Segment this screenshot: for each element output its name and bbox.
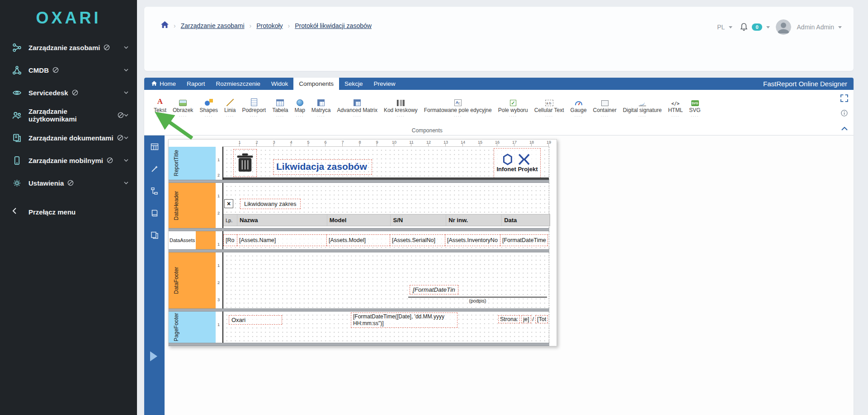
table-header-cell[interactable]: Nr inw. [446, 214, 502, 226]
shapes-icon [205, 99, 213, 106]
data-field-cell[interactable]: [Assets.InventoryNo [445, 234, 500, 246]
style-wizard-panel-icon[interactable] [151, 165, 159, 175]
sidebar-item-ustawienia[interactable]: Ustawienia [0, 172, 137, 194]
breadcrumb-current[interactable]: Protokół likwidacji zasobów [295, 22, 372, 29]
component-formatowane-pole[interactable]: Formatowane pole edycyjne ···· [421, 97, 495, 118]
bell-icon[interactable] [740, 23, 748, 31]
component-linia[interactable]: Linia ···· [221, 97, 239, 118]
tab-sekcje[interactable]: Sekcje [339, 78, 368, 90]
table-header-cell[interactable]: Data [502, 214, 550, 226]
footer-datetime-object[interactable]: [FormatDateTime([Date], 'dd.MM.yyyy HH:m… [351, 312, 458, 328]
broken-image-placeholder-icon[interactable] [224, 199, 233, 208]
data-field-cell[interactable]: [Assets.SerialNo] [390, 234, 445, 246]
richtext-icon [454, 99, 462, 106]
table-header-row[interactable]: Lp. Nazwa Model S/N Nr inw. Data [223, 214, 550, 226]
component-tabela[interactable]: Tabela ···· [269, 97, 291, 118]
component-cellular-text[interactable]: Cellular Text ···· [531, 97, 567, 118]
language-selector[interactable]: PL [717, 23, 725, 31]
page-number-field[interactable]: je] [521, 315, 531, 323]
chevron-down-icon [124, 91, 128, 94]
page-number-label[interactable]: Strona: [498, 315, 520, 323]
report-grid-panel-icon[interactable] [151, 143, 159, 153]
signature-caption[interactable]: (podpis) [408, 298, 547, 303]
band-separator[interactable] [169, 343, 549, 346]
tab-preview[interactable]: Preview [368, 78, 401, 90]
dictionary-panel-icon[interactable] [151, 209, 159, 219]
language-caret-icon[interactable] [729, 26, 732, 28]
signature-line-object[interactable] [408, 297, 547, 298]
pages-panel-icon[interactable] [151, 231, 159, 241]
component-shapes[interactable]: Shapes ···· [196, 97, 221, 118]
data-field-cell[interactable]: [Ro [223, 234, 237, 246]
date-field-object[interactable]: [FormatDateTin [410, 285, 458, 294]
report-title-text-object[interactable]: Likwidacja zasobów [273, 159, 372, 175]
band-label-page-footer[interactable]: PageFooter [169, 312, 216, 343]
component-gauge[interactable]: Gauge ···· [567, 97, 590, 118]
tab-home[interactable]: Home [146, 78, 181, 90]
breadcrumb-link-zasoby[interactable]: Zarządzanie zasobami [181, 22, 245, 29]
sidebar-item-zarzadzanie-mobilnymi[interactable]: Zarządzanie mobilnymi [0, 149, 137, 172]
band-label-report-title[interactable]: ReportTitle [169, 147, 216, 180]
component-matryca[interactable]: Matryca ···· [308, 97, 334, 118]
sidebar-item-zarzadzanie-dokumentami[interactable]: Zarządzanie dokumentami [0, 126, 137, 149]
title-divider-line-object[interactable] [223, 177, 549, 180]
tab-widok[interactable]: Widok [266, 78, 294, 90]
avatar[interactable] [776, 19, 791, 35]
component-advanced-matrix[interactable]: Advanced Matrix ···· [334, 97, 381, 118]
table-header-cell[interactable]: Nazwa [237, 214, 327, 226]
tab-raport[interactable]: Raport [181, 78, 211, 90]
breadcrumb-link-protokoly[interactable]: Protokoły [256, 22, 283, 29]
component-svg[interactable]: SVG ···· [686, 97, 703, 118]
sidebar-item-zarzadzanie-uzytkownikami[interactable]: Zarządzanie użytkownikami [0, 104, 137, 126]
notification-caret-icon[interactable] [766, 26, 770, 28]
fastreport-designer: Home Raport Rozmieszczenie Widok Compone… [144, 78, 854, 415]
band-separator[interactable] [169, 308, 549, 312]
total-pages-field[interactable]: [Tot [535, 315, 548, 323]
component-map[interactable]: Map ···· [292, 97, 308, 118]
table-header-cell[interactable]: S/N [391, 214, 446, 226]
band-label-data-footer[interactable]: DataFooter [169, 252, 216, 308]
table-header-cell[interactable]: Model [327, 214, 391, 226]
fullscreen-icon[interactable] [840, 94, 848, 104]
breadcrumb-separator: › [288, 22, 290, 29]
component-pole-wyboru[interactable]: Pole wyboru ···· [495, 97, 531, 118]
section-label-object[interactable]: Likwidowany zakres [240, 199, 301, 209]
license-badge-icon [117, 135, 123, 141]
data-field-cell[interactable]: [Assets.Model] [326, 234, 390, 246]
designer-title: FastReport Online Designer [763, 78, 854, 90]
trash-image-object[interactable] [233, 149, 257, 177]
component-html[interactable]: HTML ···· [665, 97, 686, 118]
band-separator[interactable] [169, 228, 549, 231]
user-name[interactable]: Admin Admin [797, 23, 834, 31]
home-icon[interactable] [161, 21, 169, 30]
component-kod-kreskowy[interactable]: Kod kreskowy ···· [381, 97, 421, 118]
band-label-data-assets[interactable]: DataAssets [169, 231, 216, 249]
footer-company-text-object[interactable]: Oxari [229, 315, 282, 325]
data-field-cell[interactable]: [FormatDateTime [500, 234, 548, 246]
tab-components[interactable]: Components [293, 78, 339, 90]
band-separator[interactable] [169, 180, 549, 183]
component-container[interactable]: Container ···· [590, 97, 620, 118]
component-obrazek[interactable]: Obrazek ···· [170, 97, 196, 118]
sidebar-item-servicedesk[interactable]: Servicedesk [0, 81, 137, 104]
band-label-data-header[interactable]: DataHeader [169, 183, 216, 228]
user-menu-caret-icon[interactable] [838, 26, 842, 28]
component-tekst[interactable]: Tekst ···· [151, 97, 170, 118]
tab-rozmieszczenie[interactable]: Rozmieszczenie [211, 78, 266, 90]
sidebar-item-label: Zarządzanie zasobami [28, 44, 100, 51]
data-field-cell[interactable]: [Assets.Name] [237, 234, 327, 246]
info-icon[interactable] [841, 110, 848, 118]
company-logo-object[interactable]: Infonet Projekt [494, 148, 541, 178]
sidebar-toggle-menu[interactable]: Przełącz menu [0, 201, 137, 223]
table-header-cell[interactable]: Lp. [223, 214, 237, 226]
designer-workspace: 1 2 3 4 5 6 7 8 9 10 11 12 13 [144, 135, 854, 415]
notification-count-badge[interactable]: 0 [752, 23, 762, 31]
component-digital-signature[interactable]: Digital signature ···· [620, 97, 665, 118]
collapse-ribbon-icon[interactable] [841, 124, 848, 132]
sidebar-item-cmdb[interactable]: CMDB [0, 59, 137, 81]
run-preview-button[interactable] [150, 351, 157, 361]
band-separator[interactable] [169, 249, 549, 252]
report-tree-panel-icon[interactable] [151, 187, 159, 197]
component-podreport[interactable]: Podreport ···· [239, 97, 269, 118]
sidebar-item-zarzadzanie-zasobami[interactable]: Zarządzanie zasobami [0, 36, 137, 59]
